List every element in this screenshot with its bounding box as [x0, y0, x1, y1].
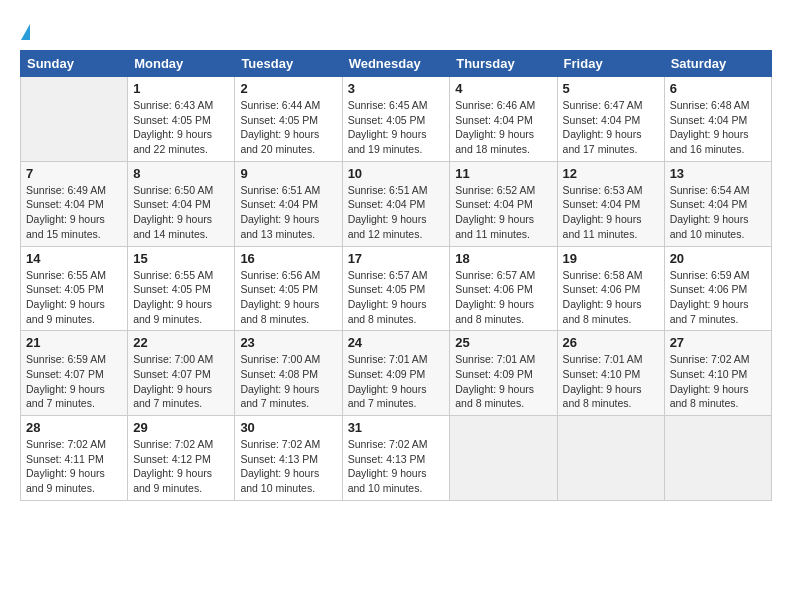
calendar-cell: 1Sunrise: 6:43 AM Sunset: 4:05 PM Daylig… [128, 77, 235, 162]
header-row [20, 16, 772, 40]
weekday-header: Friday [557, 51, 664, 77]
calendar-cell: 29Sunrise: 7:02 AM Sunset: 4:12 PM Dayli… [128, 416, 235, 501]
weekday-header: Monday [128, 51, 235, 77]
day-number: 14 [26, 251, 122, 266]
day-number: 31 [348, 420, 445, 435]
day-detail: Sunrise: 6:55 AM Sunset: 4:05 PM Dayligh… [26, 268, 122, 327]
calendar-cell: 4Sunrise: 6:46 AM Sunset: 4:04 PM Daylig… [450, 77, 557, 162]
calendar-cell: 9Sunrise: 6:51 AM Sunset: 4:04 PM Daylig… [235, 161, 342, 246]
day-number: 13 [670, 166, 766, 181]
day-number: 20 [670, 251, 766, 266]
calendar-cell [557, 416, 664, 501]
day-detail: Sunrise: 7:02 AM Sunset: 4:12 PM Dayligh… [133, 437, 229, 496]
day-number: 15 [133, 251, 229, 266]
day-detail: Sunrise: 6:47 AM Sunset: 4:04 PM Dayligh… [563, 98, 659, 157]
day-number: 29 [133, 420, 229, 435]
calendar-week-row: 7Sunrise: 6:49 AM Sunset: 4:04 PM Daylig… [21, 161, 772, 246]
day-detail: Sunrise: 7:02 AM Sunset: 4:10 PM Dayligh… [670, 352, 766, 411]
calendar-cell: 13Sunrise: 6:54 AM Sunset: 4:04 PM Dayli… [664, 161, 771, 246]
calendar-header-row: SundayMondayTuesdayWednesdayThursdayFrid… [21, 51, 772, 77]
calendar-cell: 24Sunrise: 7:01 AM Sunset: 4:09 PM Dayli… [342, 331, 450, 416]
day-number: 22 [133, 335, 229, 350]
day-detail: Sunrise: 6:43 AM Sunset: 4:05 PM Dayligh… [133, 98, 229, 157]
calendar-cell: 27Sunrise: 7:02 AM Sunset: 4:10 PM Dayli… [664, 331, 771, 416]
day-number: 5 [563, 81, 659, 96]
calendar-cell: 10Sunrise: 6:51 AM Sunset: 4:04 PM Dayli… [342, 161, 450, 246]
calendar-cell: 3Sunrise: 6:45 AM Sunset: 4:05 PM Daylig… [342, 77, 450, 162]
calendar-cell: 17Sunrise: 6:57 AM Sunset: 4:05 PM Dayli… [342, 246, 450, 331]
day-detail: Sunrise: 6:44 AM Sunset: 4:05 PM Dayligh… [240, 98, 336, 157]
day-detail: Sunrise: 7:01 AM Sunset: 4:09 PM Dayligh… [455, 352, 551, 411]
calendar-cell: 22Sunrise: 7:00 AM Sunset: 4:07 PM Dayli… [128, 331, 235, 416]
day-number: 4 [455, 81, 551, 96]
weekday-header: Thursday [450, 51, 557, 77]
day-detail: Sunrise: 6:53 AM Sunset: 4:04 PM Dayligh… [563, 183, 659, 242]
day-detail: Sunrise: 6:57 AM Sunset: 4:06 PM Dayligh… [455, 268, 551, 327]
day-detail: Sunrise: 6:46 AM Sunset: 4:04 PM Dayligh… [455, 98, 551, 157]
day-number: 28 [26, 420, 122, 435]
day-number: 24 [348, 335, 445, 350]
day-detail: Sunrise: 7:02 AM Sunset: 4:13 PM Dayligh… [240, 437, 336, 496]
day-detail: Sunrise: 6:50 AM Sunset: 4:04 PM Dayligh… [133, 183, 229, 242]
weekday-header: Wednesday [342, 51, 450, 77]
day-number: 2 [240, 81, 336, 96]
weekday-header: Saturday [664, 51, 771, 77]
day-number: 11 [455, 166, 551, 181]
day-detail: Sunrise: 6:57 AM Sunset: 4:05 PM Dayligh… [348, 268, 445, 327]
weekday-header: Sunday [21, 51, 128, 77]
calendar-cell: 21Sunrise: 6:59 AM Sunset: 4:07 PM Dayli… [21, 331, 128, 416]
calendar-week-row: 14Sunrise: 6:55 AM Sunset: 4:05 PM Dayli… [21, 246, 772, 331]
day-number: 18 [455, 251, 551, 266]
calendar-cell: 31Sunrise: 7:02 AM Sunset: 4:13 PM Dayli… [342, 416, 450, 501]
calendar-cell: 7Sunrise: 6:49 AM Sunset: 4:04 PM Daylig… [21, 161, 128, 246]
day-number: 7 [26, 166, 122, 181]
logo [20, 20, 30, 40]
calendar-cell: 12Sunrise: 6:53 AM Sunset: 4:04 PM Dayli… [557, 161, 664, 246]
calendar-cell: 28Sunrise: 7:02 AM Sunset: 4:11 PM Dayli… [21, 416, 128, 501]
day-detail: Sunrise: 7:01 AM Sunset: 4:09 PM Dayligh… [348, 352, 445, 411]
calendar-cell: 20Sunrise: 6:59 AM Sunset: 4:06 PM Dayli… [664, 246, 771, 331]
day-detail: Sunrise: 6:59 AM Sunset: 4:07 PM Dayligh… [26, 352, 122, 411]
day-number: 12 [563, 166, 659, 181]
day-detail: Sunrise: 7:01 AM Sunset: 4:10 PM Dayligh… [563, 352, 659, 411]
day-number: 26 [563, 335, 659, 350]
calendar-cell: 8Sunrise: 6:50 AM Sunset: 4:04 PM Daylig… [128, 161, 235, 246]
day-detail: Sunrise: 6:49 AM Sunset: 4:04 PM Dayligh… [26, 183, 122, 242]
day-detail: Sunrise: 6:55 AM Sunset: 4:05 PM Dayligh… [133, 268, 229, 327]
calendar-cell: 19Sunrise: 6:58 AM Sunset: 4:06 PM Dayli… [557, 246, 664, 331]
day-detail: Sunrise: 6:51 AM Sunset: 4:04 PM Dayligh… [240, 183, 336, 242]
day-number: 3 [348, 81, 445, 96]
calendar-cell [450, 416, 557, 501]
day-number: 17 [348, 251, 445, 266]
calendar-cell [21, 77, 128, 162]
day-detail: Sunrise: 7:02 AM Sunset: 4:11 PM Dayligh… [26, 437, 122, 496]
calendar-cell: 6Sunrise: 6:48 AM Sunset: 4:04 PM Daylig… [664, 77, 771, 162]
day-number: 10 [348, 166, 445, 181]
page-container: SundayMondayTuesdayWednesdayThursdayFrid… [0, 0, 792, 511]
day-number: 21 [26, 335, 122, 350]
day-detail: Sunrise: 7:00 AM Sunset: 4:07 PM Dayligh… [133, 352, 229, 411]
calendar-cell: 18Sunrise: 6:57 AM Sunset: 4:06 PM Dayli… [450, 246, 557, 331]
calendar-cell: 2Sunrise: 6:44 AM Sunset: 4:05 PM Daylig… [235, 77, 342, 162]
day-number: 19 [563, 251, 659, 266]
calendar-cell: 16Sunrise: 6:56 AM Sunset: 4:05 PM Dayli… [235, 246, 342, 331]
weekday-header: Tuesday [235, 51, 342, 77]
calendar-cell: 15Sunrise: 6:55 AM Sunset: 4:05 PM Dayli… [128, 246, 235, 331]
day-detail: Sunrise: 6:56 AM Sunset: 4:05 PM Dayligh… [240, 268, 336, 327]
day-number: 27 [670, 335, 766, 350]
day-number: 30 [240, 420, 336, 435]
day-number: 9 [240, 166, 336, 181]
day-detail: Sunrise: 6:59 AM Sunset: 4:06 PM Dayligh… [670, 268, 766, 327]
day-number: 23 [240, 335, 336, 350]
calendar-cell: 14Sunrise: 6:55 AM Sunset: 4:05 PM Dayli… [21, 246, 128, 331]
day-detail: Sunrise: 6:51 AM Sunset: 4:04 PM Dayligh… [348, 183, 445, 242]
calendar-week-row: 21Sunrise: 6:59 AM Sunset: 4:07 PM Dayli… [21, 331, 772, 416]
day-detail: Sunrise: 6:52 AM Sunset: 4:04 PM Dayligh… [455, 183, 551, 242]
day-detail: Sunrise: 6:48 AM Sunset: 4:04 PM Dayligh… [670, 98, 766, 157]
calendar-week-row: 1Sunrise: 6:43 AM Sunset: 4:05 PM Daylig… [21, 77, 772, 162]
logo-text [20, 20, 30, 42]
day-detail: Sunrise: 7:02 AM Sunset: 4:13 PM Dayligh… [348, 437, 445, 496]
day-detail: Sunrise: 6:54 AM Sunset: 4:04 PM Dayligh… [670, 183, 766, 242]
calendar-cell: 25Sunrise: 7:01 AM Sunset: 4:09 PM Dayli… [450, 331, 557, 416]
calendar-cell: 5Sunrise: 6:47 AM Sunset: 4:04 PM Daylig… [557, 77, 664, 162]
